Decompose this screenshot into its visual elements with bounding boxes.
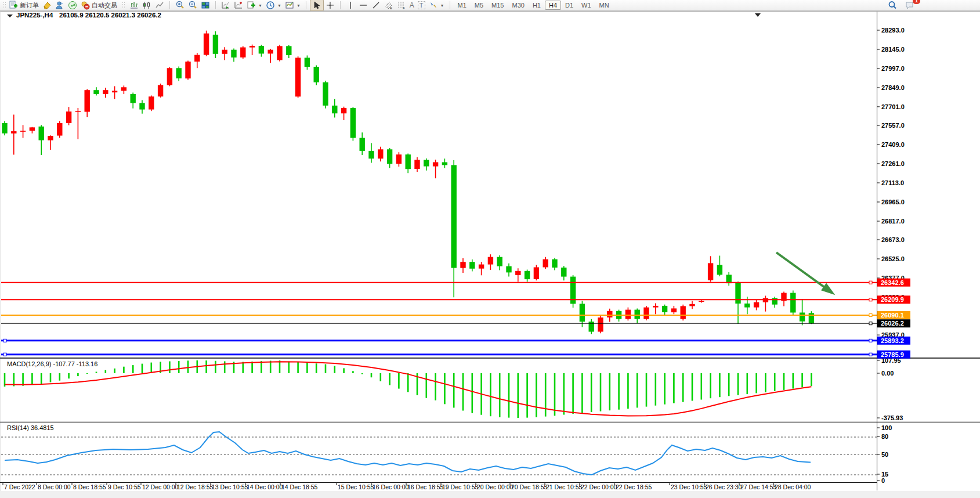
search-button[interactable]: [886, 0, 899, 10]
trendline-tool[interactable]: [370, 0, 382, 10]
notifications-button[interactable]: 1: [903, 0, 916, 10]
timeframe-group: M1M5M15M30H1H4D1W1MN: [452, 0, 615, 10]
svg-text:26342.6: 26342.6: [881, 279, 904, 286]
zoom-in-icon: [175, 1, 185, 10]
chevron-down-icon: ▼: [258, 3, 262, 8]
svg-text:13 Dec 10:55: 13 Dec 10:55: [212, 483, 248, 490]
tile-windows-button[interactable]: [199, 0, 212, 10]
vertical-line-tool[interactable]: [344, 0, 357, 10]
eraser-icon: [42, 1, 52, 10]
timeframe-h1[interactable]: H1: [529, 1, 545, 10]
svg-text:27113.0: 27113.0: [881, 179, 904, 186]
svg-text:27701.0: 27701.0: [881, 103, 905, 110]
chevron-down-icon: ▼: [296, 3, 301, 8]
price-chart-canvas[interactable]: MACD(12,26,9) -107.77 -113.16RSI(14) 36.…: [0, 11, 980, 498]
timeframe-h4[interactable]: H4: [545, 1, 561, 10]
zoom-out-button[interactable]: [186, 0, 199, 10]
svg-text:25893.2: 25893.2: [881, 337, 904, 344]
person-icon: [55, 1, 64, 10]
svg-text:26817.0: 26817.0: [881, 218, 905, 225]
svg-text:27849.0: 27849.0: [881, 84, 905, 91]
timeframe-m5[interactable]: M5: [471, 1, 487, 10]
svg-text:100: 100: [881, 424, 892, 431]
timeframe-m15[interactable]: M15: [487, 1, 508, 10]
auto-trading-button[interactable]: 自动交易: [79, 0, 119, 10]
broadcast-icon: [68, 1, 77, 10]
templates-button[interactable]: ▼: [283, 0, 302, 10]
svg-text:28293.0: 28293.0: [881, 27, 905, 34]
line-chart-button[interactable]: [153, 0, 166, 10]
close-order-button[interactable]: [41, 0, 53, 10]
cursor-icon: [312, 1, 321, 10]
svg-text:27409.0: 27409.0: [881, 141, 905, 148]
timeframe-w1[interactable]: W1: [577, 1, 595, 10]
time-axis[interactable]: 7 Dec 20228 Dec 00:008 Dec 18:559 Dec 10…: [3, 482, 811, 490]
svg-text:80: 80: [881, 433, 888, 440]
svg-text:19 Dec 10:55: 19 Dec 10:55: [442, 483, 479, 490]
svg-text:0: 0: [881, 477, 885, 484]
new-order-button[interactable]: 新订单: [7, 0, 41, 10]
svg-text:8 Dec 00:00: 8 Dec 00:00: [38, 483, 71, 490]
svg-text:9 Dec 10:55: 9 Dec 10:55: [108, 483, 141, 490]
text-tool[interactable]: A: [408, 1, 416, 10]
toolbar-grip[interactable]: [122, 2, 125, 9]
clock-icon: [266, 1, 275, 10]
new-order-label: 新订单: [20, 1, 39, 10]
svg-text:26090.1: 26090.1: [881, 312, 904, 319]
horizontal-line-icon: [359, 1, 368, 10]
community-button[interactable]: [53, 0, 66, 10]
text-tool-label: A: [410, 1, 414, 9]
svg-text:26105.9 26120.5 26021.3 26026.: 26105.9 26120.5 26021.3 26026.2: [59, 12, 161, 19]
zoom-out-icon: [188, 1, 197, 10]
svg-text:27997.0: 27997.0: [881, 65, 905, 72]
trendline-icon: [371, 1, 381, 10]
toolbar-grip[interactable]: [3, 2, 6, 9]
arrows-tool[interactable]: ▼: [427, 0, 446, 10]
svg-text:26673.0: 26673.0: [881, 236, 905, 243]
main-toolbar: 新订单 自动交易: [0, 0, 980, 11]
auto-trading-icon: [81, 1, 90, 10]
mt4-window: 新订单 自动交易: [0, 0, 980, 498]
auto-scroll-button[interactable]: [219, 0, 232, 10]
template-icon: [285, 1, 294, 10]
timeframe-d1[interactable]: D1: [561, 1, 577, 10]
svg-text:20 Dec 00:00: 20 Dec 00:00: [477, 483, 513, 490]
svg-text:15 Dec 10:55: 15 Dec 10:55: [338, 483, 374, 490]
line-chart-icon: [155, 1, 164, 10]
auto-trading-label: 自动交易: [92, 1, 117, 10]
rsi-label: RSI(14) 36.4815: [7, 424, 54, 431]
channel-tool[interactable]: E: [382, 0, 395, 10]
svg-text:27261.0: 27261.0: [881, 160, 905, 167]
svg-text:26 Dec 23:30: 26 Dec 23:30: [706, 483, 742, 490]
svg-text:12 Dec 18:55: 12 Dec 18:55: [177, 483, 214, 490]
chart-title: JPN225-,H4 26105.9 26120.5 26021.3 26026…: [7, 12, 161, 19]
cursor-tool-button[interactable]: [310, 0, 324, 11]
notification-badge: 1: [913, 0, 920, 4]
periods-button[interactable]: ▼: [264, 0, 283, 10]
fibonacci-tool[interactable]: F: [395, 0, 408, 10]
bar-chart-button[interactable]: [128, 0, 140, 10]
bar-chart-icon: [129, 1, 139, 10]
vertical-line-icon: [346, 1, 355, 10]
zoom-in-button[interactable]: [173, 0, 186, 10]
candlestick-chart-button[interactable]: [140, 0, 153, 10]
svg-text:26026.2: 26026.2: [881, 320, 904, 327]
svg-text:26209.9: 26209.9: [881, 296, 904, 303]
label-tool-label: T: [418, 1, 425, 9]
indicators-button[interactable]: ▼: [245, 0, 264, 10]
fibonacci-icon: F: [397, 1, 406, 10]
label-tool[interactable]: T: [416, 1, 427, 10]
svg-text:8 Dec 18:55: 8 Dec 18:55: [73, 483, 106, 490]
svg-text:12 Dec 00:00: 12 Dec 00:00: [142, 483, 179, 490]
crosshair-tool-button[interactable]: [324, 0, 337, 10]
svg-text:20 Dec 18:55: 20 Dec 18:55: [511, 483, 548, 490]
timeframe-mn[interactable]: MN: [595, 1, 613, 10]
new-order-icon: [9, 1, 18, 10]
timeframe-m30[interactable]: M30: [508, 1, 528, 10]
chart-shift-button[interactable]: [232, 0, 245, 10]
horizontal-line-tool[interactable]: [357, 0, 370, 10]
timeframe-m1[interactable]: M1: [454, 1, 471, 10]
svg-text:26965.0: 26965.0: [881, 199, 905, 205]
svg-text:16 Dec 18:55: 16 Dec 18:55: [407, 483, 444, 490]
signals-button[interactable]: [66, 0, 79, 10]
